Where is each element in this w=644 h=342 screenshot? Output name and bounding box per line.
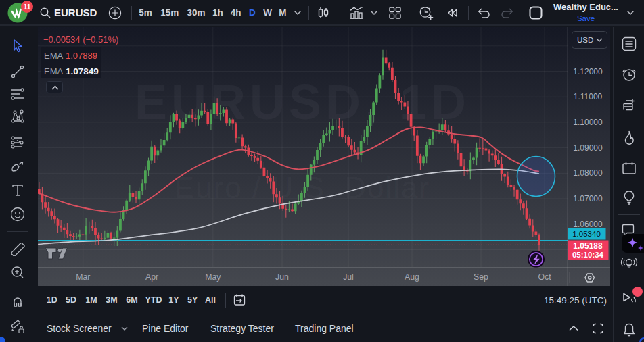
svg-text:May: May: [205, 272, 221, 282]
svg-text:1.06000: 1.06000: [573, 220, 603, 229]
svg-text:Sep: Sep: [474, 272, 488, 282]
svg-text:11: 11: [24, 3, 31, 11]
svg-text:1.11000: 1.11000: [574, 92, 603, 101]
svg-text:05:10:34: 05:10:34: [572, 251, 604, 259]
svg-text:1.12000: 1.12000: [573, 67, 603, 76]
svg-text:Aug: Aug: [405, 272, 419, 282]
svg-text:1.07000: 1.07000: [573, 194, 603, 203]
svg-text:Apr: Apr: [145, 272, 158, 282]
svg-text:Oct: Oct: [538, 272, 551, 282]
svg-text:1.05340: 1.05340: [572, 230, 601, 238]
svg-text:1.05188: 1.05188: [573, 241, 603, 251]
svg-text:Mar: Mar: [76, 272, 90, 282]
svg-text:Jun: Jun: [275, 272, 289, 282]
svg-text:1.08000: 1.08000: [573, 168, 603, 178]
svg-text:USD: USD: [577, 36, 593, 44]
svg-text:1.09000: 1.09000: [573, 143, 603, 153]
svg-text:1.10000: 1.10000: [573, 118, 603, 127]
svg-text:Jul: Jul: [343, 272, 354, 282]
